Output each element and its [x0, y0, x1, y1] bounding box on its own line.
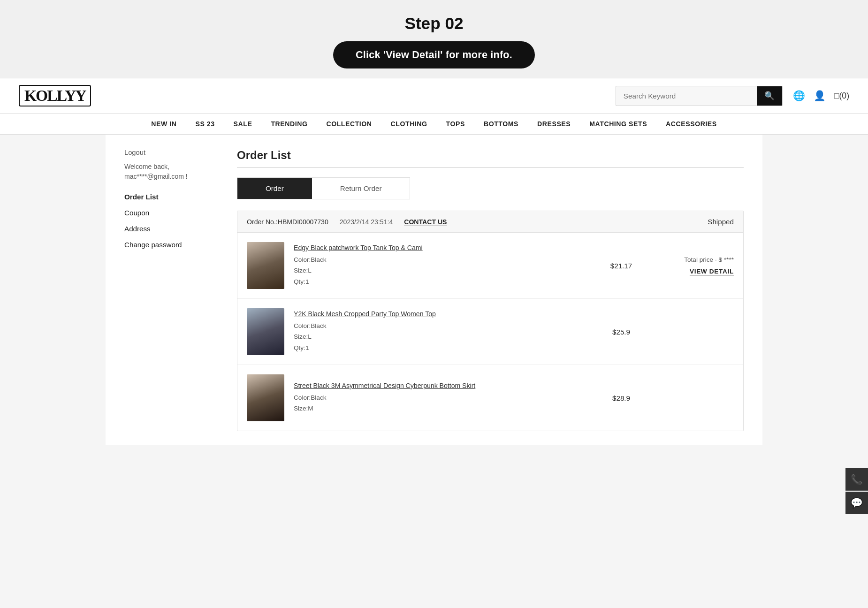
site-header: KOLLYY 🔍 🌐 👤 □(0): [0, 78, 868, 114]
nav-item-new-in[interactable]: NEW IN: [142, 114, 186, 134]
nav-item-dresses[interactable]: DRESSES: [528, 114, 580, 134]
nav-list: NEW IN SS 23 SALE TRENDING COLLECTION CL…: [0, 114, 868, 134]
nav-item-bottoms[interactable]: BOTTOMS: [474, 114, 528, 134]
order-card: Order No.:HBMDI00007730 2023/2/14 23:51:…: [237, 211, 744, 431]
order-item: Y2K Black Mesh Cropped Party Top Women T…: [237, 299, 743, 365]
view-detail-button[interactable]: VIEW DETAIL: [690, 268, 734, 275]
header-icons: 🌐 👤 □(0): [793, 90, 849, 101]
item-image-1: [247, 242, 284, 289]
order-item: Edgy Black patchwork Top Tank Top & Cami…: [237, 233, 743, 299]
item-image-2: [247, 308, 284, 355]
step-title: Step 02: [9, 14, 859, 33]
logout-link[interactable]: Logout: [124, 149, 218, 156]
item-size-2: Size:L: [294, 331, 593, 342]
contact-us-link[interactable]: CONTACT US: [404, 218, 447, 226]
item-color-3: Color:Black: [294, 392, 593, 403]
instruction-pill: Click 'View Detail' for more info.: [333, 41, 535, 68]
item-image-3: [247, 374, 284, 421]
item-price-3: $28.9: [602, 394, 640, 402]
order-list-title: Order List: [237, 149, 744, 162]
order-tabs: Order Return Order: [237, 177, 410, 199]
user-email: mac****@gmail.com !: [124, 173, 188, 180]
item-color-1: Color:Black: [294, 254, 593, 265]
nav-item-collection[interactable]: COLLECTION: [317, 114, 381, 134]
order-item: Street Black 3M Asymmetrical Design Cybe…: [237, 365, 743, 431]
sidebar-item-order-list[interactable]: Order List: [124, 193, 218, 201]
cart-icon[interactable]: □(0): [834, 91, 849, 101]
main-wrapper: Logout Welcome back, mac****@gmail.com !…: [106, 135, 762, 445]
user-icon[interactable]: 👤: [814, 90, 826, 101]
order-date: 2023/2/14 23:51:4: [340, 218, 393, 226]
instruction-banner: Step 02 Click 'View Detail' for more inf…: [0, 0, 868, 78]
nav-item-tops[interactable]: TOPS: [437, 114, 474, 134]
nav-item-accessories[interactable]: ACCESSORIES: [656, 114, 726, 134]
order-status: Shipped: [708, 218, 734, 226]
nav-item-ss23[interactable]: SS 23: [186, 114, 224, 134]
item-size-3: Size:M: [294, 403, 593, 414]
order-number: Order No.:HBMDI00007730: [247, 218, 328, 226]
sidebar-item-change-password[interactable]: Change password: [124, 241, 218, 249]
search-input[interactable]: [616, 87, 757, 105]
nav-item-sale[interactable]: SALE: [224, 114, 262, 134]
item-actions-1: Total price · $ **** VIEW DETAIL: [649, 256, 734, 275]
globe-icon[interactable]: 🌐: [793, 90, 805, 101]
nav-item-trending[interactable]: TRENDING: [261, 114, 317, 134]
search-icon: 🔍: [764, 91, 775, 100]
nav-item-clothing[interactable]: CLOTHING: [381, 114, 437, 134]
tab-order[interactable]: Order: [237, 178, 312, 199]
item-name-2[interactable]: Y2K Black Mesh Cropped Party Top Women T…: [294, 310, 593, 318]
site-logo[interactable]: KOLLYY: [19, 85, 91, 106]
item-name-1[interactable]: Edgy Black patchwork Top Tank Top & Cami: [294, 244, 593, 251]
order-content: Order List Order Return Order Order No.:…: [237, 149, 744, 431]
nav-item-matching-sets[interactable]: MATCHING SETS: [580, 114, 656, 134]
total-price-label: Total price · $ ****: [649, 256, 734, 263]
header-right: 🔍 🌐 👤 □(0): [616, 86, 849, 106]
order-card-header: Order No.:HBMDI00007730 2023/2/14 23:51:…: [237, 211, 743, 233]
welcome-message: Welcome back, mac****@gmail.com !: [124, 162, 218, 182]
item-qty-2: Qty:1: [294, 342, 593, 353]
item-qty-1: Qty:1: [294, 276, 593, 287]
sidebar: Logout Welcome back, mac****@gmail.com !…: [124, 149, 218, 431]
search-button[interactable]: 🔍: [757, 86, 782, 106]
site-nav: NEW IN SS 23 SALE TRENDING COLLECTION CL…: [0, 114, 868, 135]
item-info-3: Street Black 3M Asymmetrical Design Cybe…: [294, 382, 593, 414]
tab-return-order[interactable]: Return Order: [312, 178, 410, 199]
item-info-1: Edgy Black patchwork Top Tank Top & Cami…: [294, 244, 593, 287]
item-color-2: Color:Black: [294, 320, 593, 331]
sidebar-nav: Order List Coupon Address Change passwor…: [124, 193, 218, 249]
sidebar-item-address[interactable]: Address: [124, 225, 218, 233]
item-price-1: $21.17: [602, 262, 640, 270]
item-name-3[interactable]: Street Black 3M Asymmetrical Design Cybe…: [294, 382, 593, 389]
search-bar: 🔍: [616, 86, 783, 106]
item-size-1: Size:L: [294, 265, 593, 276]
sidebar-item-coupon[interactable]: Coupon: [124, 209, 218, 217]
item-info-2: Y2K Black Mesh Cropped Party Top Women T…: [294, 310, 593, 353]
item-price-2: $25.9: [602, 328, 640, 336]
order-divider: [237, 167, 744, 168]
